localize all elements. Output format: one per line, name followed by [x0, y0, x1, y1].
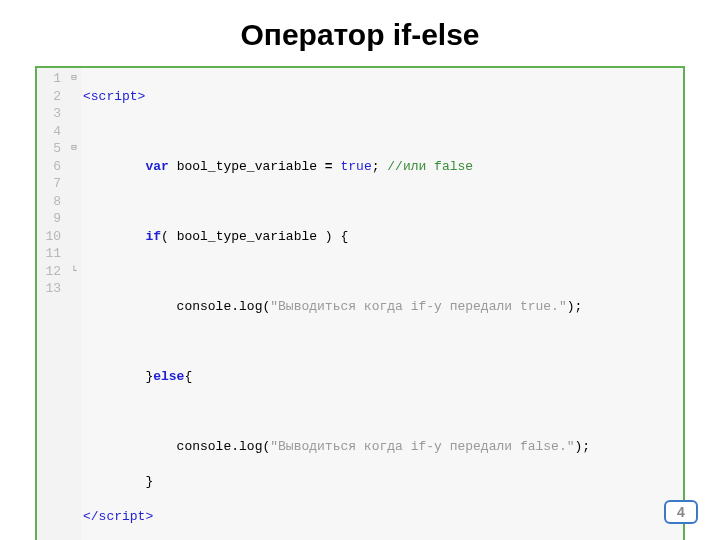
line-number-gutter: 123 456 789 101112 13 [37, 68, 67, 540]
slide-title: Оператор if-else [0, 18, 720, 52]
fold-gutter: ⊟ ⊟ └ [67, 68, 81, 540]
page-number-badge: 4 [664, 500, 698, 524]
code-editor-panel: 123 456 789 101112 13 ⊟ ⊟ └ <script> var… [35, 66, 685, 540]
code-content: <script> var bool_type_variable = true; … [81, 68, 683, 540]
